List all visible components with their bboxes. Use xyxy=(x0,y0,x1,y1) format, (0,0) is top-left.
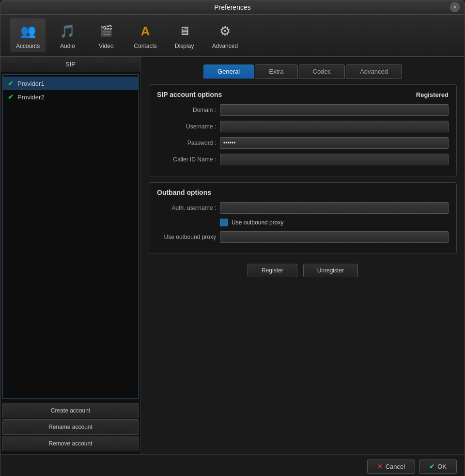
create-account-button[interactable]: Create account xyxy=(2,403,139,418)
advanced-icon: ⚙ xyxy=(215,21,234,41)
toolbar-display[interactable]: 🖥 Display xyxy=(168,18,202,52)
cancel-button[interactable]: ✕ Cancel xyxy=(367,460,415,474)
callerid-row: Caller ID Name : xyxy=(157,154,449,165)
callerid-input[interactable] xyxy=(220,154,449,165)
dialog-title: Preferences xyxy=(214,3,250,11)
accounts-icon: 👥 xyxy=(18,21,38,41)
title-bar: Preferences × xyxy=(0,0,465,15)
outband-title: Outband options xyxy=(157,189,211,196)
toolbar: 👥 Accounts 🎵 Audio 🎬 Video A Contacts 🖥 … xyxy=(0,15,465,57)
use-outbound-proxy-label: Use outbound proxy xyxy=(232,219,283,226)
domain-input[interactable] xyxy=(220,104,449,116)
tab-bar: General Extra Codec Advanced xyxy=(149,64,457,79)
sidebar-buttons: Create account Rename account Remove acc… xyxy=(0,401,140,454)
sip-options-section: SIP account options Registered Domain : … xyxy=(149,84,457,176)
toolbar-advanced[interactable]: ⚙ Advanced xyxy=(206,18,244,52)
proxy-input[interactable] xyxy=(220,231,449,243)
audio-label: Audio xyxy=(60,43,75,49)
sidebar: SIP ✔ Provider1 ✔ Provider2 Create accou… xyxy=(0,57,141,454)
ok-check-icon: ✔ xyxy=(429,463,434,470)
provider1-label: Provider1 xyxy=(17,80,45,87)
username-input[interactable] xyxy=(220,121,449,132)
domain-row: Domain : xyxy=(157,104,449,116)
register-buttons-row: Register Unregister xyxy=(149,264,457,277)
outband-title-row: Outband options xyxy=(157,189,449,196)
remove-account-button[interactable]: Remove account xyxy=(2,436,139,451)
accounts-label: Accounts xyxy=(16,43,40,49)
use-outbound-proxy-row: Use outbound proxy xyxy=(220,219,449,226)
unregister-button[interactable]: Unregister xyxy=(303,264,358,277)
rename-account-button[interactable]: Rename account xyxy=(2,419,139,435)
toolbar-accounts[interactable]: 👥 Accounts xyxy=(10,18,46,52)
account-list: ✔ Provider1 ✔ Provider2 xyxy=(2,74,139,399)
main-content: SIP ✔ Provider1 ✔ Provider2 Create accou… xyxy=(0,57,465,454)
register-button[interactable]: Register xyxy=(248,264,297,277)
account-provider2[interactable]: ✔ Provider2 xyxy=(3,90,138,104)
ok-label: OK xyxy=(437,463,447,470)
preferences-dialog: Preferences × 👥 Accounts 🎵 Audio 🎬 Video… xyxy=(0,0,465,476)
auth-username-row: Auth. username : xyxy=(157,202,449,214)
outband-options-section: Outband options Auth. username : Use out… xyxy=(149,182,457,254)
display-label: Display xyxy=(175,43,194,49)
password-row: Password : xyxy=(157,137,449,149)
callerid-label: Caller ID Name : xyxy=(157,156,220,163)
tab-codec[interactable]: Codec xyxy=(299,64,345,79)
tab-general[interactable]: General xyxy=(203,64,254,79)
domain-label: Domain : xyxy=(157,107,220,113)
auth-username-label: Auth. username : xyxy=(157,205,220,211)
tab-advanced[interactable]: Advanced xyxy=(346,64,402,79)
username-row: Username : xyxy=(157,121,449,132)
display-icon: 🖥 xyxy=(175,21,194,41)
sip-status: Registered xyxy=(416,91,449,98)
auth-username-input[interactable] xyxy=(220,202,449,214)
password-input[interactable] xyxy=(220,137,449,149)
video-label: Video xyxy=(99,43,113,49)
contacts-label: Contacts xyxy=(134,43,156,49)
close-button[interactable]: × xyxy=(450,2,460,12)
proxy-label: Use outbound proxy xyxy=(157,234,220,240)
toolbar-audio[interactable]: 🎵 Audio xyxy=(50,18,84,52)
audio-icon: 🎵 xyxy=(58,21,77,41)
sip-options-title: SIP account options xyxy=(157,91,222,98)
sidebar-header: SIP xyxy=(0,57,140,72)
use-outbound-proxy-checkbox[interactable] xyxy=(220,219,228,226)
username-label: Username : xyxy=(157,123,220,130)
provider2-label: Provider2 xyxy=(17,94,45,101)
check-icon-provider1: ✔ xyxy=(8,79,14,87)
password-label: Password : xyxy=(157,140,220,146)
right-panel: General Extra Codec Advanced SIP account… xyxy=(141,57,465,454)
spacer xyxy=(149,283,457,446)
check-icon-provider2: ✔ xyxy=(8,93,14,101)
advanced-label: Advanced xyxy=(212,43,238,49)
contacts-icon: A xyxy=(136,21,155,41)
sip-title-row: SIP account options Registered xyxy=(157,91,449,98)
toolbar-video[interactable]: 🎬 Video xyxy=(89,18,123,52)
ok-button[interactable]: ✔ OK xyxy=(419,460,457,474)
cancel-label: Cancel xyxy=(386,463,405,470)
proxy-row: Use outbound proxy xyxy=(157,231,449,243)
video-icon: 🎬 xyxy=(96,21,116,41)
footer: ✕ Cancel ✔ OK xyxy=(0,454,465,476)
account-provider1[interactable]: ✔ Provider1 xyxy=(3,77,138,90)
cancel-x-icon: ✕ xyxy=(377,463,383,470)
tab-extra[interactable]: Extra xyxy=(255,64,297,79)
toolbar-contacts[interactable]: A Contacts xyxy=(128,18,162,52)
